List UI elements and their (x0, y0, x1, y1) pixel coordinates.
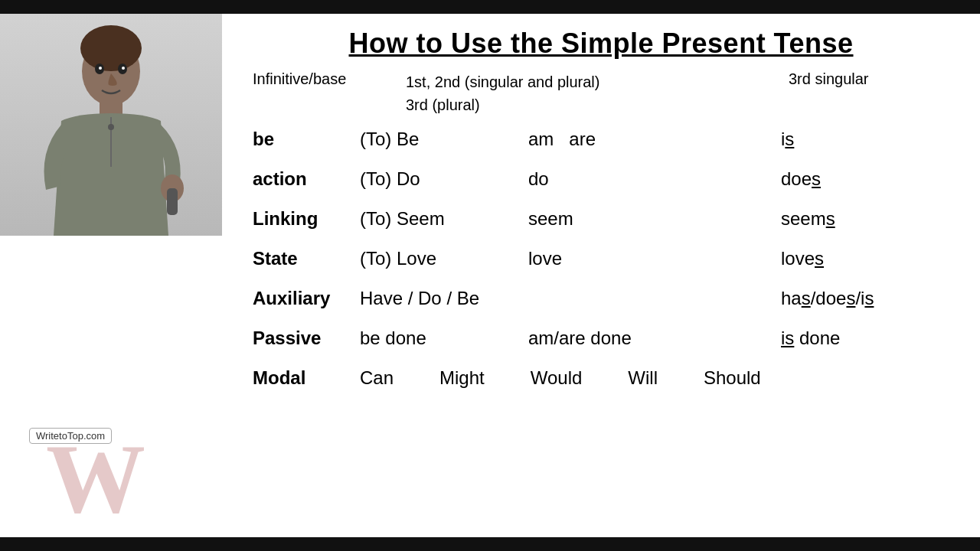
infinitive-state: (To) Love (360, 248, 528, 269)
singular-action: does (781, 168, 949, 190)
singular-linking: seems (781, 208, 949, 230)
watermark-site: WritetoTop.com (29, 428, 112, 444)
video-thumbnail (0, 14, 222, 236)
header-row: Infinitive/base 1st, 2nd (singular and p… (245, 70, 957, 116)
verb-type-be: be (253, 129, 360, 150)
infinitive-auxiliary: Have / Do / Be (360, 288, 528, 309)
modal-label: Modal (253, 367, 360, 389)
page-title: How to Use the Simple Present Tense (245, 28, 957, 60)
table-row: be (To) Be am are is (245, 124, 957, 164)
plural-linking: seem (528, 208, 781, 230)
modal-row: Modal Can Might Would Will Should (245, 363, 957, 403)
svg-point-3 (80, 25, 142, 71)
verb-type-auxiliary: Auxiliary (253, 288, 360, 309)
modal-might: Might (439, 367, 485, 389)
modal-can: Can (360, 367, 394, 389)
infinitive-linking: (To) Seem (360, 208, 528, 230)
table-rows: be (To) Be am are is action (To) Do do d… (245, 124, 957, 403)
plural-be: am are (528, 129, 781, 150)
svg-point-9 (99, 67, 102, 70)
header-plural: 1st, 2nd (singular and plural) 3rd (plur… (406, 70, 789, 116)
svg-point-12 (108, 124, 114, 130)
table-row: Auxiliary Have / Do / Be has/does/is (245, 283, 957, 323)
infinitive-be: (To) Be (360, 129, 528, 150)
plural-action: do (528, 168, 781, 190)
table-row: Passive be done am/are done is done (245, 323, 957, 363)
header-singular: 3rd singular (789, 70, 957, 88)
svg-rect-6 (167, 188, 178, 215)
header-infinitive: Infinitive/base (253, 70, 406, 88)
infinitive-passive: be done (360, 328, 528, 349)
video-person (0, 14, 222, 236)
verb-type-state: State (253, 248, 360, 269)
plural-state: love (528, 248, 781, 269)
plural-passive: am/are done (528, 328, 781, 349)
singular-passive: is done (781, 328, 949, 349)
content-area: How to Use the Simple Present Tense Infi… (222, 14, 980, 537)
verb-type-linking: Linking (253, 208, 360, 230)
infinitive-action: (To) Do (360, 168, 528, 190)
modal-words: Can Might Would Will Should (360, 367, 761, 389)
modal-would: Would (531, 367, 583, 389)
top-bar (0, 0, 980, 14)
modal-will: Will (628, 367, 658, 389)
svg-point-10 (122, 67, 125, 70)
modal-should: Should (704, 367, 761, 389)
bottom-bar (0, 537, 980, 551)
verb-type-action: action (253, 168, 360, 190)
table-row: action (To) Do do does (245, 164, 957, 204)
verb-type-passive: Passive (253, 328, 360, 349)
singular-state: loves (781, 248, 949, 269)
singular-auxiliary: has/does/is (781, 288, 949, 309)
singular-be: is (781, 129, 949, 150)
table-row: Linking (To) Seem seem seems (245, 204, 957, 243)
table-row: State (To) Love love loves (245, 243, 957, 283)
